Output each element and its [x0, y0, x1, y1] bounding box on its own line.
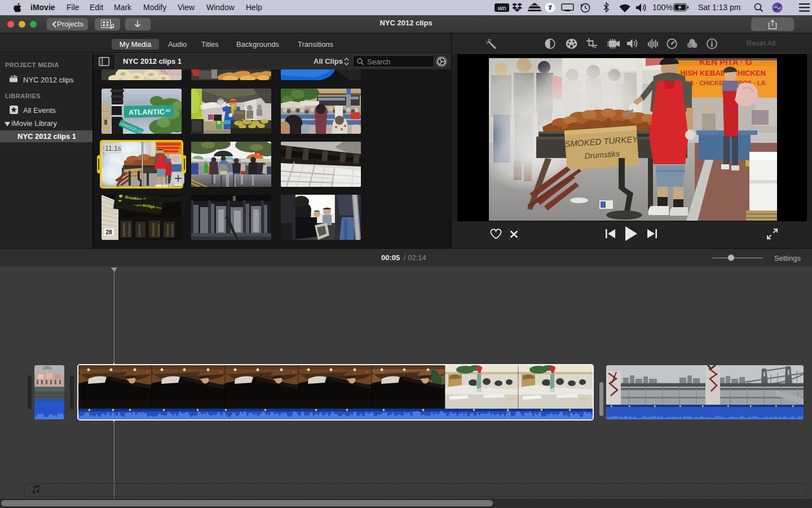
svg-text:28: 28	[105, 229, 112, 235]
svg-text:WD: WD	[498, 6, 506, 11]
svg-text:ATLANTIC: ATLANTIC	[129, 107, 165, 116]
svg-text:HISH KEBAB · CHICKEN: HISH KEBAB · CHICKEN	[680, 69, 766, 77]
svg-text:AV: AV	[165, 108, 171, 112]
